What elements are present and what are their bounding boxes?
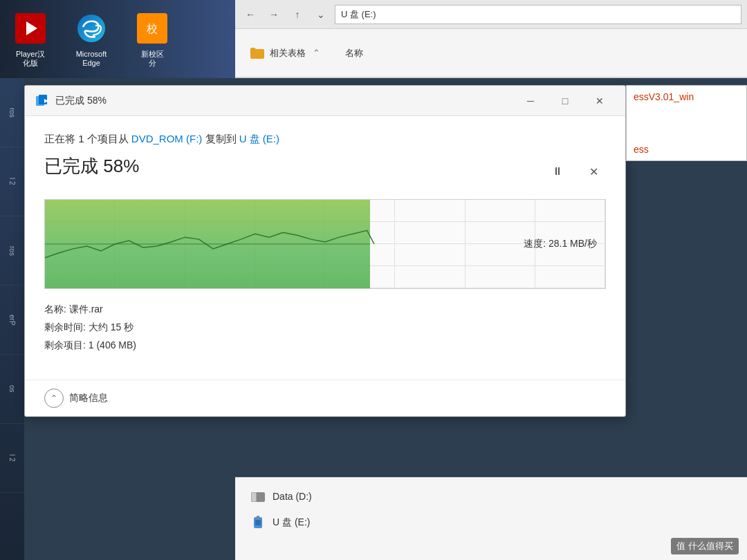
speed-graph-svg [45,200,605,288]
close-button[interactable]: ✕ [584,90,616,112]
time-value-text: 大约 15 秒 [89,321,133,333]
app-strip-label-3: ros [8,246,16,256]
address-bar[interactable]: U 盘 (E:) [335,5,741,24]
items-label: 剩余项目: [44,339,86,351]
window-controls: ─ □ ✕ [515,90,616,112]
drive-item-data[interactable]: Data (D:) [246,483,736,510]
time-label: 剩余时间: [44,321,86,333]
file-name-row: 名称: 课件.rar [44,301,606,317]
progress-controls: ⏸ ✕ [545,160,606,183]
drive-item-usb[interactable]: U 盘 (E:) [246,510,736,536]
file-name-value-text: 课件.rar [69,304,103,315]
app-strip-row-6: l 2 [0,424,24,493]
data-drive-icon [249,487,267,505]
watermark-text: 值 什么值得买 [676,541,733,551]
speed-label: 速度: 28.1 MB/秒 [524,238,597,250]
back-button[interactable]: ← [241,5,260,24]
tab-forms-label: 相关表格 [270,47,306,59]
app-strip-label-4: erP [8,315,16,326]
drive-usb-label: U 盘 (E:) [273,516,310,529]
stop-button[interactable]: ✕ [581,160,606,183]
svg-rect-14 [257,516,259,519]
svg-rect-6 [39,95,47,104]
edge-label: MicrosoftEdge [76,50,107,68]
tabs-bar: 相关表格 ⌃ 名称 [235,29,747,77]
pause-button[interactable]: ⏸ [545,160,570,183]
copy-dialog: 已完成 58% ─ □ ✕ 正在将 1 个项目从 DVD_ROM (F:) 复制… [24,85,626,417]
description-middle: 复制到 [202,133,239,144]
file-info: 名称: 课件.rar 剩余时间: 大约 15 秒 剩余项目: 1 (406 MB… [44,301,606,353]
tab-name-label: 名称 [345,47,363,59]
minimize-button[interactable]: ─ [515,90,546,112]
app-strip-label-5: os [8,385,16,393]
campus-label: 新校区分 [141,50,164,68]
taskbar-item-player[interactable]: Player汉化版 [0,0,61,78]
nav-bar: ← → ↑ ⌄ U 盘 (E:) [235,0,747,29]
partial-text-1: essV3.01_win [634,91,739,102]
drive-data-label: Data (D:) [273,491,312,502]
campus-icon: 校 [134,10,170,46]
file-name-label: 名称: [44,304,66,315]
partial-text-2: ess [634,144,739,155]
player-icon [12,10,48,46]
svg-rect-13 [255,520,261,525]
left-app-strip: ros l 2 ros erP os l 2 [0,78,24,560]
address-path: U 盘 (E:) [341,8,376,21]
edge-icon [73,10,109,46]
app-strip-row-4: erP [0,286,24,355]
collapse-button[interactable]: ⌃ 简略信息 [44,389,108,408]
app-strip-row-5: os [0,355,24,424]
copy-dialog-icon [35,93,50,109]
up-button[interactable]: ↑ [288,5,307,24]
player-label: Player汉化版 [16,50,45,68]
partial-window-right: essV3.01_win ess [626,85,747,161]
forward-button[interactable]: → [264,5,284,24]
watermark: 值 什么值得买 [671,538,739,554]
app-strip-label-6: l 2 [8,454,16,462]
time-row: 剩余时间: 大约 15 秒 [44,319,606,335]
items-value-text: 1 (406 MB) [89,339,136,351]
collapse-label: 简略信息 [69,392,108,404]
source-drive: DVD_ROM (F:) [131,133,203,144]
items-row: 剩余项目: 1 (406 MB) [44,337,606,353]
app-strip-row-1: ros [0,78,24,147]
folder-icon [249,45,266,62]
app-strip-label-2: l 2 [8,178,16,185]
svg-text:校: 校 [146,23,158,35]
maximize-button[interactable]: □ [549,90,581,112]
tab-name[interactable]: 名称 [340,44,369,62]
description-prefix: 正在将 1 个项目从 [44,133,131,144]
chevron-up-icon: ⌃ [44,389,64,408]
app-strip-row-2: l 2 [0,147,24,216]
bottom-explorer: Data (D:) U 盘 (E:) [235,477,747,560]
sort-icon: ⌃ [313,48,320,58]
recent-button[interactable]: ⌄ [311,5,331,24]
taskbar-item-edge[interactable]: MicrosoftEdge [61,0,122,78]
dialog-titlebar: 已完成 58% ─ □ ✕ [25,86,625,116]
svg-rect-11 [252,493,256,501]
progress-label: 已完成 58% [44,154,139,178]
dialog-content: 正在将 1 个项目从 DVD_ROM (F:) 复制到 U 盘 (E:) 已完成… [25,116,625,380]
dialog-title-text: 已完成 58% [55,95,515,107]
taskbar: Player汉化版 MicrosoftEdge 校 [0,0,235,78]
app-strip-label: ros [8,108,16,118]
usb-drive-icon [249,514,267,532]
progress-graph: 速度: 28.1 MB/秒 [44,199,606,289]
destination-drive: U 盘 (E:) [239,133,279,144]
taskbar-item-campus[interactable]: 校 新校区分 [122,0,183,78]
file-explorer-bar: ← → ↑ ⌄ U 盘 (E:) 相关表格 ⌃ 名称 [235,0,747,78]
tab-related-forms[interactable]: 相关表格 ⌃ [243,42,326,64]
copy-description: 正在将 1 个项目从 DVD_ROM (F:) 复制到 U 盘 (E:) [44,131,606,147]
app-strip-row-3: ros [0,216,24,286]
dialog-footer: ⌃ 简略信息 [25,380,625,416]
